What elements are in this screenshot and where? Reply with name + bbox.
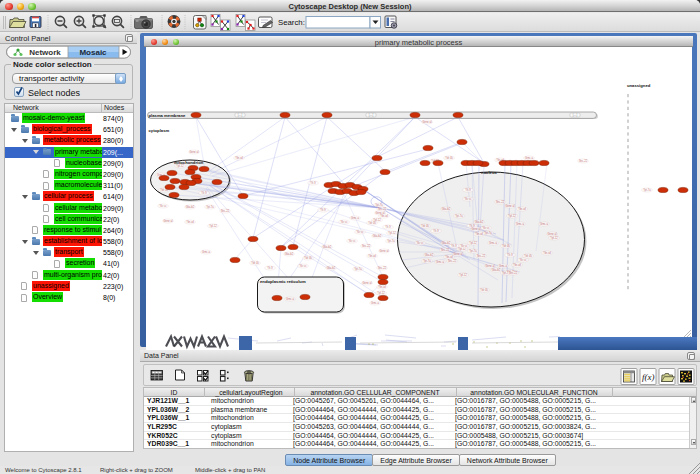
svg-text:Ykr cc: Ykr cc [460, 244, 468, 248]
svg-text:Ypt-7a: Ypt-7a [423, 259, 431, 263]
svg-text:Ypl-12: Ypl-12 [377, 291, 385, 295]
svg-text:Ylr-9: Ylr-9 [267, 266, 273, 270]
svg-text:Gka-b2: Gka-b2 [323, 245, 332, 249]
svg-text:Ypt-7a: Ypt-7a [643, 188, 651, 192]
svg-text:Gmc-a: Gmc-a [489, 241, 497, 245]
svg-text:Gmc-a: Gmc-a [202, 250, 210, 254]
svg-text:Ybr-cd: Ybr-cd [518, 207, 526, 211]
svg-text:Ybr-cd: Ybr-cd [378, 285, 386, 289]
svg-text:Network: Network [29, 48, 61, 57]
svg-text:Ypt-7a: Ypt-7a [469, 249, 477, 253]
svg-text:Gene al: Gene al [453, 252, 463, 256]
svg-text:Ypl-12: Ypl-12 [459, 273, 467, 277]
svg-text:Ybr-cd: Ybr-cd [368, 254, 376, 258]
svg-text:Ypt-7a: Ypt-7a [375, 203, 383, 207]
svg-text:Search:: Search: [278, 18, 305, 27]
svg-text:Ybr-cd: Ybr-cd [475, 232, 483, 236]
svg-text:Gka-b2: Gka-b2 [492, 268, 501, 272]
svg-text:Gmc-a: Gmc-a [371, 301, 379, 305]
svg-text:Gene al: Gene al [379, 249, 389, 253]
svg-text:plasma membrane: plasma membrane [149, 113, 186, 118]
svg-text:Gka-b2: Gka-b2 [425, 253, 434, 257]
svg-text:Ybr-cd: Ybr-cd [235, 156, 243, 160]
svg-text:Gmc-a: Gmc-a [499, 264, 507, 268]
svg-text:Ybr-cd: Ybr-cd [513, 263, 521, 267]
svg-text:Ypt-7a: Ypt-7a [484, 231, 492, 235]
svg-text:Ybr-cd: Ybr-cd [186, 220, 194, 224]
svg-text:Snc-22: Snc-22 [441, 248, 450, 252]
svg-text:Gka-b2: Gka-b2 [442, 241, 451, 245]
svg-text:Ykr cc: Ykr cc [416, 241, 424, 245]
svg-text:Ykr cc: Ykr cc [299, 264, 307, 268]
svg-text:Ydr 4k: Ydr 4k [368, 221, 376, 225]
svg-text:Gka-b2: Gka-b2 [327, 266, 336, 270]
svg-text:Ylr-9: Ylr-9 [465, 188, 471, 192]
svg-text:Ypl-12: Ypl-12 [550, 236, 558, 240]
svg-text:Gmc-a: Gmc-a [351, 216, 359, 220]
svg-text:[--..]: [--..] [573, 113, 578, 117]
svg-text:Ypl-12: Ypl-12 [508, 214, 516, 218]
svg-text:Ykr cc: Ykr cc [159, 204, 167, 208]
svg-text:Ylr-9: Ylr-9 [201, 191, 207, 195]
svg-text:Ylr-9: Ylr-9 [451, 244, 457, 248]
svg-text:Gene al: Gene al [422, 120, 432, 124]
svg-text:Snc-22: Snc-22 [362, 244, 371, 248]
svg-text:Gene al: Gene al [163, 219, 173, 223]
svg-text:Snc-22: Snc-22 [509, 271, 518, 275]
svg-text:Ylr-9: Ylr-9 [385, 225, 391, 229]
svg-text:Ypl-12: Ypl-12 [469, 241, 477, 245]
svg-text:[--..]: [--..] [369, 113, 374, 117]
svg-text:Ydr 4k: Ydr 4k [502, 244, 510, 248]
svg-text:Ykr cc: Ykr cc [464, 197, 472, 201]
svg-text:Snc-22: Snc-22 [221, 209, 230, 213]
svg-text:Ypt-7a: Ypt-7a [387, 239, 395, 243]
svg-text:Gmc-a: Gmc-a [540, 222, 548, 226]
svg-text:Ydr 4k: Ydr 4k [421, 224, 429, 228]
svg-text:Ykr cc: Ykr cc [348, 239, 356, 243]
svg-text:Ypl-12: Ypl-12 [176, 164, 184, 168]
svg-text:Ykr cc: Ykr cc [340, 220, 348, 224]
svg-text:Ypt-7a: Ypt-7a [455, 214, 463, 218]
svg-text:Ypt-7a: Ypt-7a [354, 267, 362, 271]
svg-text:Ylr-9: Ylr-9 [433, 229, 439, 233]
svg-text:Snc-22: Snc-22 [378, 207, 387, 211]
svg-text:Ybr-cd: Ybr-cd [543, 251, 551, 255]
svg-text:endoplasmic reticulum: endoplasmic reticulum [260, 279, 306, 284]
svg-text:Ylr-9: Ylr-9 [310, 181, 316, 185]
svg-text:Gmc-a: Gmc-a [436, 260, 444, 264]
svg-text:Ykr cc: Ykr cc [482, 226, 490, 230]
svg-text:Ydr 4k: Ydr 4k [480, 288, 488, 292]
svg-text:Ydr 4k: Ydr 4k [251, 261, 259, 265]
svg-text:Gmc-a: Gmc-a [516, 222, 524, 226]
svg-text:Ypl-12: Ypl-12 [388, 231, 396, 235]
svg-text:Ylr-9: Ylr-9 [507, 253, 513, 257]
svg-text:Gka-b2: Gka-b2 [442, 207, 451, 211]
svg-text:Ypl-12: Ypl-12 [209, 224, 217, 228]
svg-text:Ydr 4k: Ydr 4k [304, 256, 312, 260]
svg-text:Ypt-7a: Ypt-7a [206, 205, 214, 209]
svg-text:Gmc-a: Gmc-a [525, 156, 533, 160]
svg-text:Gka-b2: Gka-b2 [475, 220, 484, 224]
svg-text:Mosaic: Mosaic [79, 48, 107, 57]
svg-text:f(x): f(x) [642, 372, 655, 382]
svg-text:Gmc-a: Gmc-a [286, 297, 294, 301]
svg-text:Snc-22: Snc-22 [378, 266, 387, 270]
svg-text:Gene al: Gene al [485, 264, 495, 268]
svg-text:Gka-b2: Gka-b2 [373, 234, 382, 238]
svg-text:Gene al: Gene al [362, 281, 372, 285]
svg-text:Ylr-9: Ylr-9 [320, 208, 326, 212]
svg-text:Ydr 4k: Ydr 4k [445, 156, 453, 160]
svg-text:Snc-22: Snc-22 [496, 200, 505, 204]
svg-text:Gene al: Gene al [547, 232, 557, 236]
svg-text:Gene al: Gene al [505, 204, 515, 208]
svg-text:cytoplasm: cytoplasm [149, 128, 170, 133]
svg-text:Gka-b2: Gka-b2 [285, 252, 294, 256]
svg-text:Snc-22: Snc-22 [477, 254, 486, 258]
svg-text:Gene al: Gene al [189, 150, 199, 154]
svg-text:Ykr cc: Ykr cc [356, 230, 364, 234]
svg-text:Ykr cc: Ykr cc [519, 258, 527, 262]
svg-text:Snc-22: Snc-22 [579, 159, 588, 163]
svg-text:Gene al: Gene al [471, 227, 481, 231]
svg-text:Ydr 4k: Ydr 4k [524, 254, 532, 258]
svg-text:Snc-22: Snc-22 [448, 259, 457, 263]
